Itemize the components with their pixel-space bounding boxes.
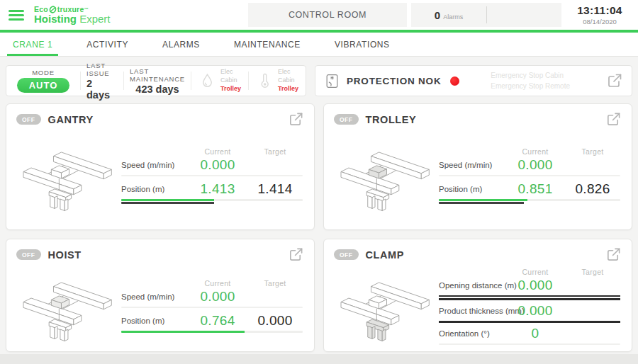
trolley-panel-title: TROLLEY [366, 114, 417, 125]
position-row-label: Position (m) [439, 185, 505, 193]
temperature-sensor-status: Elec Cabin Trolley [249, 68, 306, 93]
last-issue-label: LAST ISSUE [86, 62, 118, 77]
gantry-panel: OFF GANTRY Current Target [6, 103, 315, 230]
main-tabbar: CRANE 1 ACTIVITY ALARMS MAINTENANCE VIBR… [0, 33, 638, 57]
position-current-value: 0.851 [505, 181, 565, 197]
clamp-crane-illustration [330, 264, 436, 348]
position-progress-bar [121, 199, 303, 204]
last-maintenance-section: LAST MAINTENANCE 423 days [124, 67, 191, 95]
mode-label: MODE [32, 69, 55, 76]
speed-current-value: 0.000 [505, 157, 565, 173]
orientation-row-label: Orientation (°) [439, 329, 505, 338]
column-header-target: Target [565, 147, 620, 156]
hoist-panel-title: HOIST [48, 249, 82, 261]
trolley-values-table: Current Target Speed (m/min) 0.000 Posit… [439, 147, 620, 204]
menu-icon[interactable] [9, 10, 24, 21]
product-thickness-row-label: Product thickness (mm) [439, 307, 505, 315]
trolley-expand-icon[interactable] [605, 111, 622, 127]
bar-target-line [439, 202, 620, 204]
mode-toggle[interactable]: AUTO [17, 78, 70, 93]
location-label: CONTROL ROOM [289, 10, 366, 20]
protection-expand-icon[interactable] [606, 72, 623, 89]
speed-current-value: 0.000 [188, 157, 247, 173]
clamp-expand-icon[interactable] [605, 246, 622, 263]
speed-current-value: 0.000 [188, 289, 247, 305]
brand-product-name: Hoisting [34, 13, 77, 25]
humidity-drop-icon [198, 72, 216, 90]
protection-status-card: PROTECTION NOK Emergency Stop Cabin Emer… [315, 65, 632, 96]
row-underline [439, 343, 620, 345]
sensor-alert-line: Trolley [220, 85, 241, 93]
sensor-line: Cabin [220, 76, 241, 85]
last-issue-section: LAST ISSUE 2 days [81, 62, 123, 101]
position-target-value: 1.414 [247, 181, 303, 197]
sensor-line: Elec [278, 68, 298, 76]
app-header: Eco truxure ™ Hoisting Expert CONTROL RO… [0, 0, 638, 30]
mode-section: MODE AUTO [6, 69, 80, 93]
thermometer-icon [256, 72, 274, 90]
gantry-values-table: Current Target Speed (m/min) 0.000 Posit… [121, 147, 303, 204]
speed-row-label: Speed (m/min) [439, 161, 505, 169]
crane-status-card: MODE AUTO LAST ISSUE 2 days LAST MAINTEN… [6, 65, 306, 96]
last-maintenance-label: LAST MAINTENANCE [130, 67, 185, 83]
last-issue-value: 2 days [86, 78, 118, 101]
alarm-count-label: Alarms [443, 13, 463, 21]
column-header-target: Target [565, 268, 620, 276]
clock-date: 08/14/2020 [569, 18, 631, 25]
protection-icon [324, 73, 340, 89]
trolley-panel: OFF TROLLEY Current Target [323, 103, 632, 230]
clamp-state-badge: OFF [334, 249, 359, 260]
gantry-expand-icon[interactable] [288, 111, 304, 127]
humidity-sensor-status: Elec Cabin Trolley [191, 68, 248, 93]
position-progress-bar [439, 199, 620, 204]
position-target-value: 0.000 [247, 313, 303, 329]
tab-alarms[interactable]: ALARMS [151, 33, 211, 56]
tab-crane-1[interactable]: CRANE 1 [1, 33, 64, 56]
tab-maintenance[interactable]: MAINTENANCE [223, 33, 312, 56]
last-maintenance-value: 423 days [135, 84, 179, 95]
position-current-value: 0.764 [188, 313, 247, 329]
bar-target-line [121, 202, 303, 204]
opening-distance-current-value: 0.000 [505, 278, 565, 293]
tab-vibrations[interactable]: VIBRATIONS [323, 33, 401, 56]
hoist-crane-illustration [12, 264, 118, 348]
speed-row-label: Speed (m/min) [121, 292, 188, 301]
brand-logo: Eco truxure ™ Hoisting Expert [34, 6, 111, 25]
trolley-state-badge: OFF [334, 114, 359, 125]
alarm-count: 0 [435, 9, 440, 21]
position-progress-bar [121, 331, 303, 333]
gantry-panel-title: GANTRY [48, 114, 94, 125]
location-display[interactable]: CONTROL ROOM [248, 3, 407, 27]
hoist-expand-icon[interactable] [288, 246, 304, 263]
hoist-panel: OFF HOIST Current Target [6, 239, 315, 352]
gantry-crane-illustration [12, 134, 118, 217]
speed-row-label: Speed (m/min) [121, 161, 188, 169]
alarms-summary[interactable]: 0 Alarms [411, 3, 561, 27]
position-row-label: Position (m) [121, 317, 188, 325]
footer-strip [0, 354, 638, 364]
clamp-panel: OFF CLAMP Current Target [323, 239, 632, 352]
orientation-current-value: 0 [505, 326, 565, 341]
tab-activity[interactable]: ACTIVITY [75, 33, 140, 56]
column-header-current: Current [188, 147, 247, 156]
position-target-value: 0.826 [565, 181, 620, 197]
position-current-value: 1.413 [188, 181, 247, 197]
hoist-state-badge: OFF [16, 249, 41, 260]
brand-trademark: ™ [84, 7, 88, 11]
clock-time: 13:11:04 [569, 4, 631, 17]
bar-current-line [121, 199, 303, 201]
clamp-values-table: Current Target Opening distance (m) 0.00… [439, 268, 620, 345]
brand-product-suffix: Expert [79, 13, 110, 25]
clock: 13:11:04 08/14/2020 [569, 4, 631, 25]
row-underline-double [439, 295, 620, 300]
bar-current-line [439, 199, 620, 201]
column-header-current: Current [188, 279, 247, 288]
alarms-divider [486, 6, 487, 23]
gantry-state-badge: OFF [16, 114, 41, 125]
emergency-stop-cabin-label: Emergency Stop Cabin [491, 70, 570, 81]
emergency-stop-remote-label: Emergency Stop Remote [491, 81, 570, 92]
column-header-target: Target [247, 147, 303, 156]
product-thickness-current-value: 0.000 [505, 303, 565, 319]
protection-status-label: PROTECTION NOK [347, 76, 441, 86]
position-row-label: Position (m) [121, 185, 188, 193]
